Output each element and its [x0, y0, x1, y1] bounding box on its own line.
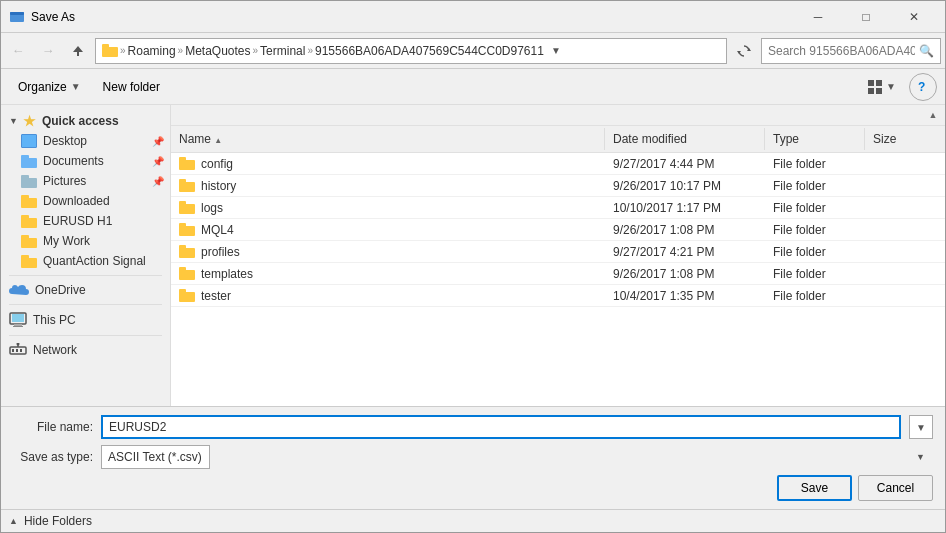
file-date: 9/26/2017 1:08 PM	[605, 221, 765, 239]
table-row[interactable]: logs 10/10/2017 1:17 PM File folder	[171, 197, 945, 219]
svg-point-19	[17, 343, 20, 346]
sidebar-item-thispc[interactable]: This PC	[1, 309, 170, 331]
file-folder-icon	[179, 223, 195, 236]
file-name-cell: config	[171, 155, 605, 173]
folder-icon	[102, 44, 118, 58]
file-date: 9/27/2017 4:21 PM	[605, 243, 765, 261]
sidebar-desktop-label: Desktop	[43, 134, 87, 148]
col-header-date[interactable]: Date modified	[605, 128, 765, 150]
sidebar-item-eurusd[interactable]: EURUSD H1	[1, 211, 170, 231]
table-row[interactable]: MQL4 9/26/2017 1:08 PM File folder	[171, 219, 945, 241]
path-sep-1: »	[178, 45, 184, 56]
sidebar-item-documents[interactable]: Documents 📌	[1, 151, 170, 171]
sidebar-divider-3	[9, 335, 162, 336]
new-folder-button[interactable]: New folder	[94, 73, 169, 101]
onedrive-icon	[9, 284, 29, 297]
path-metaquotes[interactable]: MetaQuotes	[185, 44, 250, 58]
col-header-name[interactable]: Name ▲	[171, 128, 605, 150]
quick-access-star-icon: ★	[22, 113, 38, 129]
help-button[interactable]: ?	[909, 73, 937, 101]
svg-rect-9	[876, 88, 882, 94]
sidebar: ▼ ★ Quick access Desktop 📌 Documents 📌 P…	[1, 105, 171, 406]
refresh-icon	[737, 44, 751, 58]
path-roaming[interactable]: Roaming	[128, 44, 176, 58]
file-size	[865, 184, 945, 188]
cancel-button[interactable]: Cancel	[858, 475, 933, 501]
address-path[interactable]: » Roaming » MetaQuotes » Terminal » 9155…	[95, 38, 727, 64]
close-button[interactable]: ✕	[891, 1, 937, 33]
minimize-button[interactable]: ─	[795, 1, 841, 33]
sidebar-item-network[interactable]: Network	[1, 340, 170, 360]
toolbar: Organize ▼ New folder ▼ ?	[1, 69, 945, 105]
pin-icon-desktop: 📌	[152, 136, 164, 147]
path-terminal[interactable]: Terminal	[260, 44, 305, 58]
desktop-icon	[21, 134, 37, 148]
search-box: 🔍	[761, 38, 941, 64]
path-dropdown-button[interactable]: ▼	[546, 38, 566, 64]
svg-rect-16	[16, 349, 18, 352]
svg-rect-2	[102, 47, 118, 57]
file-name-cell: profiles	[171, 243, 605, 261]
sidebar-item-onedrive[interactable]: OneDrive	[1, 280, 170, 300]
organize-button[interactable]: Organize ▼	[9, 73, 90, 101]
window-title: Save As	[31, 10, 795, 24]
col-header-type[interactable]: Type	[765, 128, 865, 150]
file-rows-container: config 9/27/2017 4:44 PM File folder his…	[171, 153, 945, 307]
svg-rect-6	[868, 80, 874, 86]
table-row[interactable]: templates 9/26/2017 1:08 PM File folder	[171, 263, 945, 285]
window-controls: ─ □ ✕	[795, 1, 937, 33]
name-sort-arrow: ▲	[214, 136, 222, 145]
sidebar-item-downloaded[interactable]: Downloaded	[1, 191, 170, 211]
table-row[interactable]: history 9/26/2017 10:17 PM File folder	[171, 175, 945, 197]
svg-rect-13	[13, 326, 23, 327]
sidebar-item-mywork[interactable]: My Work	[1, 231, 170, 251]
path-sep-0: »	[120, 45, 126, 56]
save-button[interactable]: Save	[777, 475, 852, 501]
savetype-wrapper: ASCII Text (*.csv)	[101, 445, 933, 469]
view-button[interactable]: ▼	[859, 73, 905, 101]
maximize-button[interactable]: □	[843, 1, 889, 33]
refresh-button[interactable]	[731, 38, 757, 64]
file-type: File folder	[765, 265, 865, 283]
quick-access-arrow: ▼	[9, 116, 18, 126]
svg-rect-7	[876, 80, 882, 86]
file-date: 9/26/2017 1:08 PM	[605, 265, 765, 283]
path-guid[interactable]: 915566BA06ADA407569C544CC0D97611	[315, 44, 544, 58]
file-list-header: Name ▲ Date modified Type Size	[171, 126, 945, 153]
table-row[interactable]: config 9/27/2017 4:44 PM File folder	[171, 153, 945, 175]
sidebar-divider-2	[9, 304, 162, 305]
filename-dropdown-button[interactable]: ▼	[909, 415, 933, 439]
back-button[interactable]: ←	[5, 38, 31, 64]
sidebar-item-quantaction[interactable]: QuantAction Signal	[1, 251, 170, 271]
file-folder-icon	[179, 267, 195, 280]
network-icon	[9, 343, 27, 357]
filename-row: File name: ▼	[13, 415, 933, 439]
search-input[interactable]	[768, 44, 915, 58]
sidebar-item-pictures[interactable]: Pictures 📌	[1, 171, 170, 191]
table-row[interactable]: profiles 9/27/2017 4:21 PM File folder	[171, 241, 945, 263]
svg-rect-15	[12, 349, 14, 352]
table-row[interactable]: tester 10/4/2017 1:35 PM File folder	[171, 285, 945, 307]
sort-up-button[interactable]: ▲	[925, 107, 941, 123]
forward-button[interactable]: →	[35, 38, 61, 64]
sidebar-item-desktop[interactable]: Desktop 📌	[1, 131, 170, 151]
view-icon	[868, 80, 884, 94]
up-button[interactable]	[65, 38, 91, 64]
file-folder-icon	[179, 179, 195, 192]
file-name: logs	[201, 201, 223, 215]
savetype-select[interactable]: ASCII Text (*.csv)	[101, 445, 210, 469]
file-folder-icon	[179, 201, 195, 214]
documents-icon	[21, 155, 37, 168]
file-date: 10/10/2017 1:17 PM	[605, 199, 765, 217]
search-icon: 🔍	[919, 44, 934, 58]
file-size	[865, 272, 945, 276]
organize-dropdown-icon: ▼	[71, 81, 81, 92]
cancel-label: Cancel	[877, 481, 914, 495]
file-type: File folder	[765, 199, 865, 217]
eurusd-folder-icon	[21, 215, 37, 228]
col-header-size[interactable]: Size	[865, 128, 945, 150]
hide-folders-bar[interactable]: ▲ Hide Folders	[1, 509, 945, 532]
filename-input[interactable]	[101, 415, 901, 439]
quick-access-header[interactable]: ▼ ★ Quick access	[1, 109, 170, 131]
bottom-buttons: Save Cancel	[13, 475, 933, 501]
